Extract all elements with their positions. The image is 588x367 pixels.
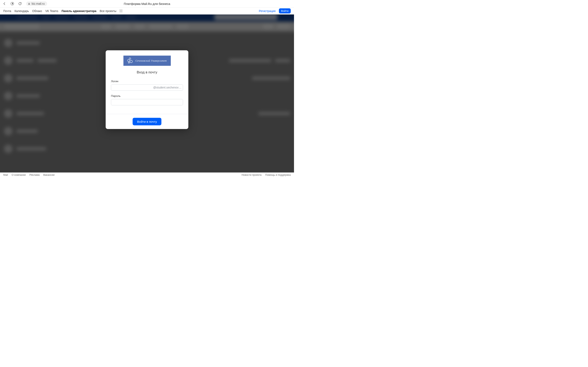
apps-grid-icon[interactable] <box>120 9 122 12</box>
footer-link-news[interactable]: Новости проекта <box>242 174 261 176</box>
org-logo-banner: Сеченовский Университет <box>123 55 171 66</box>
services-nav: Почта Календарь Облако VK Teams Панель а… <box>0 8 294 15</box>
modal-title: Вход в почту <box>111 70 183 74</box>
nav-item-mail[interactable]: Почта <box>3 9 11 13</box>
browser-chrome: biz.mail.ru Платформа Mail.Ru для бизнес… <box>0 0 294 8</box>
login-label: Логин <box>111 80 183 83</box>
yandex-icon[interactable] <box>10 2 14 6</box>
page-title: Платформа Mail.Ru для бизнеса <box>124 2 170 6</box>
footer-link-about[interactable]: О компании <box>12 174 26 176</box>
footer-link-ads[interactable]: Реклама <box>29 174 40 176</box>
login-input[interactable] <box>111 84 183 91</box>
footer-link-mail[interactable]: Mail <box>3 174 8 176</box>
register-link[interactable]: Регистрация <box>259 9 276 13</box>
reload-icon[interactable] <box>18 2 22 6</box>
org-logo-text: Сеченовский Университет <box>135 59 167 62</box>
footer-link-help[interactable]: Помощь и поддержка <box>265 174 291 176</box>
address-text: biz.mail.ru <box>32 2 45 5</box>
lock-icon <box>28 2 30 5</box>
password-input[interactable] <box>111 99 183 105</box>
footer-link-jobs[interactable]: Вакансии <box>43 174 54 176</box>
back-icon[interactable] <box>2 2 7 6</box>
main-area: Сеченовский Университет Вход в почту Лог… <box>0 15 294 173</box>
nav-item-calendar[interactable]: Календарь <box>15 9 29 13</box>
footer: Mail О компании Реклама Вакансии Новости… <box>0 173 294 177</box>
nav-item-vkteams[interactable]: VK Teams <box>45 9 58 13</box>
login-modal: Сеченовский Университет Вход в почту Лог… <box>106 50 189 129</box>
nav-item-all-projects[interactable]: Все проекты <box>100 9 116 13</box>
nav-item-admin-panel[interactable]: Панель администратора <box>61 9 96 13</box>
org-emblem-icon <box>127 58 133 64</box>
password-label: Пароль <box>111 94 183 97</box>
header-login-button[interactable]: Войти <box>279 8 291 13</box>
nav-item-cloud[interactable]: Облако <box>32 9 42 13</box>
address-bar[interactable]: biz.mail.ru <box>26 1 47 6</box>
submit-login-button[interactable]: Войти в почту <box>133 118 162 125</box>
